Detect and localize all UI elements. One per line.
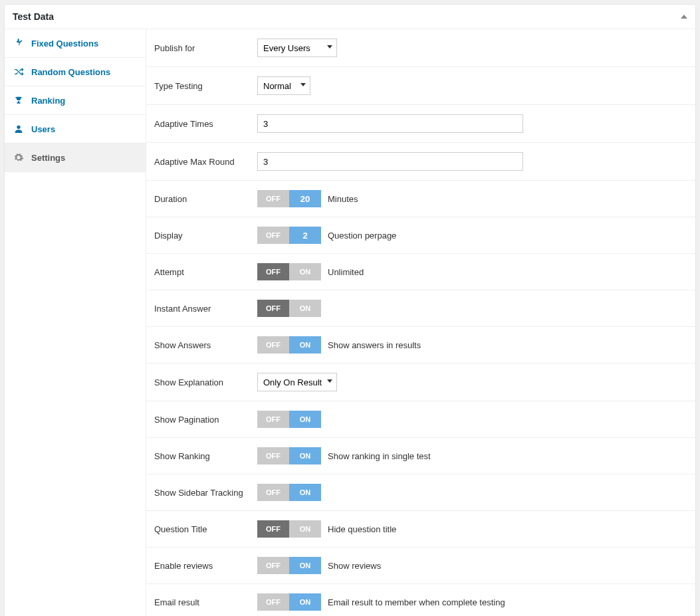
row-email-result: Email result OFF ON Email result to memb…	[146, 584, 695, 616]
hint-display: Question perpage	[328, 231, 396, 241]
sidebar-item-label: Users	[31, 124, 55, 134]
gear-icon	[13, 152, 25, 163]
toggle-off[interactable]: OFF	[257, 593, 289, 611]
toggle-off[interactable]: OFF	[257, 484, 289, 501]
sidebar-item-label: Settings	[31, 153, 65, 163]
toggle-show-ranking[interactable]: OFF ON	[257, 447, 321, 464]
toggle-display[interactable]: OFF 2	[257, 227, 321, 244]
label-show-pagination: Show Pagination	[154, 415, 257, 425]
toggle-off[interactable]: OFF	[257, 227, 289, 244]
label-type-testing: Type Testing	[154, 81, 257, 91]
label-adaptive-times: Adaptive Times	[154, 119, 257, 129]
sidebar-item-ranking[interactable]: Ranking	[5, 86, 146, 115]
label-show-answers: Show Answers	[154, 340, 257, 350]
label-duration: Duration	[154, 194, 257, 204]
toggle-on[interactable]: ON	[289, 484, 321, 501]
toggle-on[interactable]: ON	[289, 336, 321, 354]
select-type-testing[interactable]: Normal	[257, 76, 310, 95]
row-adaptive-max-round: Adaptive Max Round	[146, 143, 695, 181]
toggle-off[interactable]: OFF	[257, 447, 289, 464]
hint-email-result: Email result to member when complete tes…	[328, 597, 505, 607]
sidebar-item-settings[interactable]: Settings	[5, 144, 146, 172]
sidebar-item-random-questions[interactable]: Random Questions	[5, 58, 146, 86]
toggle-value[interactable]: 20	[289, 190, 321, 207]
label-attempt: Attempt	[154, 267, 257, 277]
toggle-attempt[interactable]: OFF ON	[257, 263, 321, 280]
toggle-off[interactable]: OFF	[257, 557, 289, 574]
toggle-value[interactable]: 2	[289, 227, 321, 244]
panel-body: Fixed Questions Random Questions Ranking	[5, 29, 695, 616]
row-show-pagination: Show Pagination OFF ON	[146, 401, 695, 438]
toggle-off[interactable]: OFF	[257, 336, 289, 354]
label-instant-answer: Instant Answer	[154, 304, 257, 314]
shuffle-icon	[13, 66, 25, 77]
trophy-icon	[13, 95, 25, 106]
row-question-title: Question Title OFF ON Hide question titl…	[146, 511, 695, 548]
toggle-on[interactable]: ON	[289, 447, 321, 464]
toggle-on[interactable]: ON	[289, 263, 321, 280]
label-display: Display	[154, 231, 257, 241]
toggle-off[interactable]: OFF	[257, 190, 289, 207]
label-question-title: Question Title	[154, 524, 257, 534]
row-show-sidebar-tracking: Show Sidebar Tracking OFF ON	[146, 474, 695, 511]
toggle-show-answers[interactable]: OFF ON	[257, 336, 321, 354]
input-adaptive-max-round[interactable]	[257, 152, 523, 171]
toggle-off[interactable]: OFF	[257, 263, 289, 280]
select-publish-for[interactable]: Every Users	[257, 39, 337, 57]
toggle-instant-answer[interactable]: OFF ON	[257, 300, 321, 317]
user-icon	[13, 124, 25, 134]
toggle-on[interactable]: ON	[289, 593, 321, 611]
panel-title: Test Data	[13, 11, 54, 22]
row-type-testing: Type Testing Normal	[146, 67, 695, 105]
toggle-off[interactable]: OFF	[257, 411, 289, 428]
toggle-off[interactable]: OFF	[257, 300, 289, 317]
row-duration: Duration OFF 20 Minutes	[146, 181, 695, 217]
label-show-explanation: Show Explanation	[154, 377, 257, 387]
row-display: Display OFF 2 Question perpage	[146, 217, 695, 254]
svg-point-0	[17, 126, 20, 129]
hint-enable-reviews: Show reviews	[328, 561, 381, 571]
label-publish-for: Publish for	[154, 43, 257, 53]
toggle-on[interactable]: ON	[289, 557, 321, 574]
test-data-panel: Test Data Fixed Questions Random Questio…	[4, 4, 696, 616]
collapse-toggle-icon[interactable]	[681, 15, 687, 19]
row-show-answers: Show Answers OFF ON Show answers in resu…	[146, 327, 695, 363]
row-attempt: Attempt OFF ON Unlimited	[146, 254, 695, 290]
sidebar-item-label: Random Questions	[31, 67, 110, 77]
toggle-on[interactable]: ON	[289, 520, 321, 538]
toggle-enable-reviews[interactable]: OFF ON	[257, 557, 321, 574]
sidebar: Fixed Questions Random Questions Ranking	[5, 29, 146, 616]
toggle-on[interactable]: ON	[289, 300, 321, 317]
sidebar-item-fixed-questions[interactable]: Fixed Questions	[5, 29, 146, 58]
toggle-off[interactable]: OFF	[257, 520, 289, 538]
row-adaptive-times: Adaptive Times	[146, 105, 695, 143]
settings-form: Publish for Every Users Type Testing Nor…	[146, 29, 695, 616]
panel-header: Test Data	[5, 5, 695, 29]
input-adaptive-times[interactable]	[257, 114, 523, 133]
pin-icon	[13, 38, 25, 49]
toggle-on[interactable]: ON	[289, 411, 321, 428]
toggle-email-result[interactable]: OFF ON	[257, 593, 321, 611]
hint-show-answers: Show answers in results	[328, 340, 421, 350]
hint-show-ranking: Show ranking in single test	[328, 451, 431, 461]
row-show-ranking: Show Ranking OFF ON Show ranking in sing…	[146, 438, 695, 474]
hint-question-title: Hide question title	[328, 524, 396, 534]
toggle-show-sidebar-tracking[interactable]: OFF ON	[257, 484, 321, 501]
select-show-explanation[interactable]: Only On Result	[257, 373, 337, 391]
label-show-sidebar-tracking: Show Sidebar Tracking	[154, 488, 257, 498]
sidebar-item-label: Fixed Questions	[31, 39, 98, 49]
sidebar-item-label: Ranking	[31, 96, 65, 106]
label-show-ranking: Show Ranking	[154, 451, 257, 461]
toggle-show-pagination[interactable]: OFF ON	[257, 411, 321, 428]
hint-attempt: Unlimited	[328, 267, 364, 277]
row-enable-reviews: Enable reviews OFF ON Show reviews	[146, 548, 695, 584]
label-adaptive-max-round: Adaptive Max Round	[154, 157, 257, 167]
toggle-duration[interactable]: OFF 20	[257, 190, 321, 207]
row-publish-for: Publish for Every Users	[146, 29, 695, 67]
row-instant-answer: Instant Answer OFF ON	[146, 290, 695, 327]
label-email-result: Email result	[154, 597, 257, 607]
toggle-question-title[interactable]: OFF ON	[257, 520, 321, 538]
label-enable-reviews: Enable reviews	[154, 561, 257, 571]
sidebar-item-users[interactable]: Users	[5, 115, 146, 144]
row-show-explanation: Show Explanation Only On Result	[146, 363, 695, 401]
